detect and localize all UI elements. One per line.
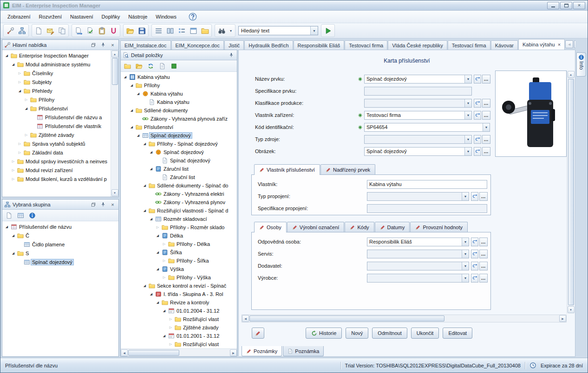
more-button[interactable]: … <box>482 147 490 156</box>
field-input[interactable]: Kabina výtahu <box>367 180 487 189</box>
scrollbar-thumb[interactable] <box>112 58 118 85</box>
expand-arrow-icon[interactable]: ◢ <box>129 109 135 112</box>
expand-arrow-icon[interactable]: ▷ <box>168 342 174 346</box>
expand-arrow-icon[interactable]: ▷ <box>161 276 167 279</box>
help-icon[interactable] <box>188 12 197 21</box>
tree-item[interactable]: Spínač dojezdový <box>121 156 237 165</box>
copy-icon[interactable] <box>57 26 67 36</box>
dropdown-arrow-icon[interactable]: ▾ <box>462 262 469 270</box>
tree-item[interactable]: Spínač dojezdový <box>2 257 118 266</box>
tree-item[interactable]: ▷Číselníky <box>2 69 118 77</box>
tree-item[interactable]: ◢Příslušenství <box>121 123 237 131</box>
stop-icon[interactable] <box>169 61 179 71</box>
scroll-right-icon[interactable]: ▶ <box>230 349 237 356</box>
vertical-scrollbar[interactable]: ▲ ▼ <box>111 50 118 197</box>
search-input[interactable]: Hledaný text ▾ <box>238 26 318 35</box>
pin-panel-icon[interactable] <box>99 41 107 49</box>
tree-item[interactable]: Čidlo plamene <box>2 240 118 249</box>
menu-item[interactable]: Rozvržení <box>35 12 66 21</box>
tree-item[interactable]: ◢Sekce kontrol a revizí - Spínač <box>121 282 237 290</box>
undo-button[interactable] <box>474 99 481 108</box>
attach-pin-icon[interactable] <box>108 26 118 36</box>
menu-item[interactable]: Nástroje <box>124 12 151 21</box>
tree-item[interactable]: Zákony - Vyhrazená elektri <box>121 190 237 198</box>
tree-item[interactable]: ◢I. třída - Skupina A - 3. Rol <box>121 290 237 298</box>
scroll-up-icon[interactable]: ▲ <box>111 51 118 58</box>
scrollbar-thumb[interactable] <box>249 315 444 322</box>
view-list-icon[interactable] <box>153 26 163 36</box>
button-editovat[interactable]: Editovat <box>443 328 472 339</box>
tree-item[interactable]: ◢Spínač dojezdový <box>121 131 237 140</box>
tree-item[interactable]: ▷Subjekty <box>2 77 118 86</box>
dropdown-arrow-icon[interactable]: ▾ <box>464 148 471 155</box>
folder-icon[interactable] <box>123 61 132 71</box>
expand-arrow-icon[interactable]: ◢ <box>155 267 161 271</box>
scrollbar-thumb[interactable] <box>128 350 179 356</box>
tree-item[interactable]: ◢01.01.2004 - 31.12 <box>121 307 237 315</box>
expand-arrow-icon[interactable]: ◢ <box>155 301 161 304</box>
dropdown-arrow-icon[interactable]: ▾ <box>462 193 469 200</box>
tree-item[interactable]: ◢S <box>2 249 118 257</box>
mail-edit-icon[interactable] <box>45 26 55 36</box>
expand-arrow-icon[interactable]: ◢ <box>4 54 10 58</box>
vertical-scrollbar[interactable]: ▲ ▼ <box>567 71 575 314</box>
document-tab[interactable]: Testovací firma <box>448 40 490 50</box>
expand-arrow-icon[interactable]: ▷ <box>17 151 23 154</box>
document-tab[interactable]: Jistič <box>224 40 244 50</box>
expand-arrow-icon[interactable]: ◢ <box>122 75 128 79</box>
field-combobox[interactable]: Responsibilik Eliáš▾ <box>367 238 469 246</box>
expand-arrow-icon[interactable]: ▷ <box>168 326 174 329</box>
tree-item[interactable]: ◢Přehledy <box>2 86 118 95</box>
tree-item[interactable]: ◢Kabina výtahu <box>121 73 237 81</box>
tree-item[interactable]: ◢Modul administrace systému <box>2 60 118 69</box>
expand-arrow-icon[interactable]: ◢ <box>161 309 167 313</box>
expand-arrow-icon[interactable]: ◢ <box>142 209 148 212</box>
table-icon[interactable] <box>16 211 26 220</box>
more-button[interactable]: … <box>482 99 490 108</box>
expand-arrow-icon[interactable]: ◢ <box>142 184 148 187</box>
clipboard-icon[interactable] <box>97 26 107 36</box>
undo-button[interactable] <box>471 238 478 246</box>
expand-arrow-icon[interactable]: ◢ <box>135 134 141 137</box>
field-combobox[interactable]: Spínač dojezdový▾ <box>364 75 472 84</box>
pin-panel-icon[interactable] <box>227 51 235 59</box>
field-combobox[interactable]: ▾ <box>364 99 472 108</box>
tools-icon[interactable] <box>5 26 15 36</box>
scroll-up-icon[interactable]: ▲ <box>568 71 575 78</box>
group-tab[interactable]: Osoby <box>254 222 287 232</box>
scroll-tabs-left-icon[interactable]: ◀ <box>565 40 573 48</box>
dropdown-arrow-icon[interactable]: ▾ <box>464 75 471 83</box>
tree-item[interactable]: ▷Rozšiřující vlast <box>121 340 237 348</box>
dropdown-arrow-icon[interactable]: ▾ <box>462 274 469 282</box>
tree-item[interactable]: ◢Enterprise Inspection Manager <box>2 51 118 60</box>
expand-arrow-icon[interactable]: ◢ <box>17 89 23 93</box>
binoculars-icon[interactable] <box>216 26 227 36</box>
tree-item[interactable]: ◢Přílohy - Spínač dojezdový <box>121 140 237 148</box>
expand-arrow-icon[interactable]: ▷ <box>168 317 174 321</box>
more-button[interactable]: … <box>482 75 490 84</box>
tree-item[interactable]: ◢Šířka <box>121 248 237 257</box>
more-button[interactable]: … <box>479 274 488 283</box>
scroll-left-icon[interactable]: ◀ <box>121 349 128 356</box>
tree-item[interactable]: ▷Modul revizí zařízení <box>2 166 118 174</box>
expand-arrow-icon[interactable]: ◢ <box>148 292 154 296</box>
expand-arrow-icon[interactable]: ◢ <box>142 284 148 288</box>
expand-arrow-icon[interactable]: ▷ <box>161 242 167 246</box>
group-tab[interactable]: Kódy <box>345 222 374 232</box>
document-tab[interactable]: Kabina výtahu× <box>518 39 565 50</box>
menu-item[interactable]: Nastavení <box>66 12 98 21</box>
document-tab[interactable]: EIM_Koncepce.doc <box>171 40 224 50</box>
tree-item[interactable]: ▷Zjištěné závady <box>121 323 237 332</box>
undo-button[interactable] <box>474 147 481 156</box>
more-button[interactable]: … <box>479 250 488 258</box>
menu-item[interactable]: Windows <box>151 12 181 21</box>
undo-button[interactable] <box>474 75 481 84</box>
field-combobox[interactable]: ▾ <box>367 192 469 201</box>
expand-arrow-icon[interactable]: ◢ <box>161 334 167 338</box>
document-tab[interactable]: Hydraulik Bedřich <box>244 40 293 50</box>
button-novy[interactable]: Nový <box>346 328 368 339</box>
tab-info[interactable]: Info <box>576 52 586 77</box>
expand-arrow-icon[interactable]: ▷ <box>10 160 16 163</box>
tree-item[interactable]: ▷Přílohy - Délka <box>121 240 237 248</box>
expand-arrow-icon[interactable]: ◢ <box>129 84 135 87</box>
